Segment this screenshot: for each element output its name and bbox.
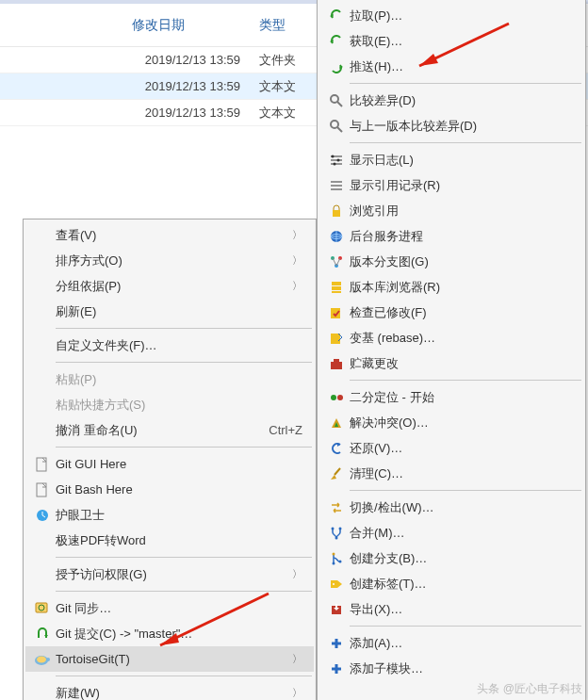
- menu-label: 新建(W): [56, 685, 289, 701]
- menu-reflog[interactable]: 显示引用记录(R): [319, 172, 583, 198]
- menu-check-modified[interactable]: 检查已修改(F): [319, 300, 583, 325]
- blank-icon: [29, 302, 56, 321]
- svg-rect-32: [332, 291, 341, 293]
- menu-rev-graph[interactable]: 版本分支图(G): [319, 249, 583, 274]
- separator: [350, 83, 581, 84]
- menu-label: 拉取(P)…: [350, 8, 572, 24]
- plus-icon: [323, 634, 350, 653]
- export-icon: [323, 600, 350, 619]
- menu-git-gui[interactable]: Git GUI Here: [25, 451, 314, 477]
- menu-repo-browser[interactable]: 浏览引用: [319, 198, 583, 223]
- svg-point-44: [332, 527, 335, 529]
- submenu-arrow-icon: 〉: [289, 228, 302, 242]
- menu-merge[interactable]: 合并(M)…: [319, 520, 583, 545]
- menu-view[interactable]: 查看(V) 〉: [25, 222, 314, 248]
- submenu-arrow-icon: 〉: [289, 253, 302, 268]
- blank-icon: [29, 531, 56, 550]
- tortoisegit-submenu: 拉取(P)… 获取(E)… 推送(H)… 比较差异(D) 与上一版本比较差异(D…: [317, 0, 586, 700]
- menu-tortoisegit[interactable]: TortoiseGit(T) 〉: [25, 646, 314, 672]
- menu-label: 刷新(E): [56, 303, 302, 320]
- menu-rebase[interactable]: 变基 (rebase)…: [319, 325, 583, 350]
- menu-label: 后台服务进程: [350, 228, 572, 245]
- svg-point-45: [339, 527, 342, 529]
- separator: [350, 490, 581, 491]
- separator: [350, 626, 581, 627]
- separator: [56, 362, 312, 363]
- menu-group[interactable]: 分组依据(P) 〉: [25, 273, 314, 299]
- menu-label: 护眼卫士: [56, 507, 302, 524]
- svg-marker-43: [331, 475, 336, 480]
- menu-sort[interactable]: 排序方式(O) 〉: [25, 248, 314, 273]
- menu-bisect[interactable]: 二分定位 - 开始: [319, 384, 583, 410]
- menu-label: 比较差异(D): [350, 92, 572, 109]
- menu-pull[interactable]: 拉取(P)…: [319, 3, 583, 28]
- menu-label: 创建分支(B)…: [350, 550, 572, 567]
- blank-icon: [29, 396, 56, 415]
- menu-new[interactable]: 新建(W) 〉: [25, 680, 314, 700]
- menu-label: 与上一版本比较差异(D): [350, 118, 572, 135]
- submenu-arrow-icon: 〉: [289, 686, 302, 700]
- menu-diff[interactable]: 比较差异(D): [319, 88, 583, 113]
- menu-refresh[interactable]: 刷新(E): [25, 299, 314, 324]
- menu-push[interactable]: 推送(H)…: [319, 54, 583, 79]
- menu-git-commit[interactable]: Git 提交(C) -> "master"…: [25, 621, 314, 646]
- repo-icon: [323, 278, 350, 297]
- menu-label: 粘贴(P): [56, 371, 302, 388]
- blank-icon: [29, 277, 56, 296]
- menu-undo-rename[interactable]: 撤消 重命名(U) Ctrl+Z: [25, 417, 314, 443]
- lock-icon: [323, 202, 350, 220]
- file-icon: [29, 480, 56, 499]
- menu-grant-access[interactable]: 授予访问权限(G) 〉: [25, 562, 314, 587]
- stash-icon: [323, 354, 350, 373]
- menu-label: Git Bash Here: [56, 482, 302, 497]
- menu-resolve[interactable]: 解决冲突(O)…: [319, 410, 583, 435]
- svg-line-14: [337, 127, 342, 132]
- menu-label: 添加子模块…: [350, 660, 572, 677]
- menu-paste: 粘贴(P): [25, 366, 314, 392]
- svg-point-13: [331, 121, 338, 128]
- menu-label: 版本分支图(G): [350, 253, 572, 270]
- menu-label: 清理(C)…: [350, 465, 572, 482]
- menu-repo-browse[interactable]: 版本库浏览器(R): [319, 274, 583, 300]
- menu-diff-prev[interactable]: 与上一版本比较差异(D): [319, 113, 583, 138]
- svg-point-6: [37, 656, 46, 662]
- col-header-date[interactable]: 修改日期: [0, 17, 259, 34]
- menu-label: 极速PDF转Word: [56, 532, 302, 549]
- svg-marker-50: [331, 580, 342, 588]
- svg-point-51: [333, 583, 335, 585]
- menu-submodule[interactable]: 添加子模块…: [319, 656, 583, 681]
- svg-point-7: [46, 658, 50, 661]
- log-icon: [323, 151, 350, 170]
- menu-tag[interactable]: 创建标签(T)…: [319, 571, 583, 596]
- commit-icon: [29, 625, 56, 643]
- menu-cleanup[interactable]: 清理(C)…: [319, 461, 583, 486]
- menu-show-log[interactable]: 显示日志(L): [319, 147, 583, 172]
- submenu-arrow-icon: 〉: [289, 567, 302, 581]
- svg-rect-34: [331, 334, 340, 344]
- menu-pdf-to-word[interactable]: 极速PDF转Word: [25, 528, 314, 553]
- menu-label: 粘贴快捷方式(S): [56, 397, 302, 414]
- svg-rect-30: [332, 282, 341, 285]
- tortoise-icon: [29, 650, 56, 669]
- cell-date: 2019/12/13 13:59: [0, 106, 259, 120]
- menu-label: 撤消 重命名(U): [56, 422, 240, 439]
- menu-git-bash[interactable]: Git Bash Here: [25, 477, 314, 502]
- menu-daemon[interactable]: 后台服务进程: [319, 223, 583, 249]
- menu-shortcut: Ctrl+Z: [269, 423, 302, 437]
- menu-label: 变基 (rebase)…: [350, 330, 572, 347]
- menu-add[interactable]: 添加(A)…: [319, 630, 583, 656]
- menu-stash[interactable]: 贮藏更改: [319, 350, 583, 376]
- menu-eye-guard[interactable]: 护眼卫士: [25, 502, 314, 528]
- menu-label: 合并(M)…: [350, 525, 572, 542]
- magnifier-icon: [323, 91, 350, 110]
- menu-fetch[interactable]: 获取(E)…: [319, 28, 583, 54]
- svg-point-46: [335, 536, 338, 539]
- menu-customize-folder[interactable]: 自定义文件夹(F)…: [25, 333, 314, 358]
- menu-switch[interactable]: 切换/检出(W)…: [319, 495, 583, 520]
- svg-point-38: [337, 395, 343, 400]
- svg-point-47: [333, 552, 335, 555]
- menu-git-sync[interactable]: Git 同步…: [25, 595, 314, 621]
- menu-branch[interactable]: 创建分支(B)…: [319, 545, 583, 571]
- menu-export[interactable]: 导出(X)…: [319, 596, 583, 622]
- menu-revert[interactable]: 还原(V)…: [319, 435, 583, 461]
